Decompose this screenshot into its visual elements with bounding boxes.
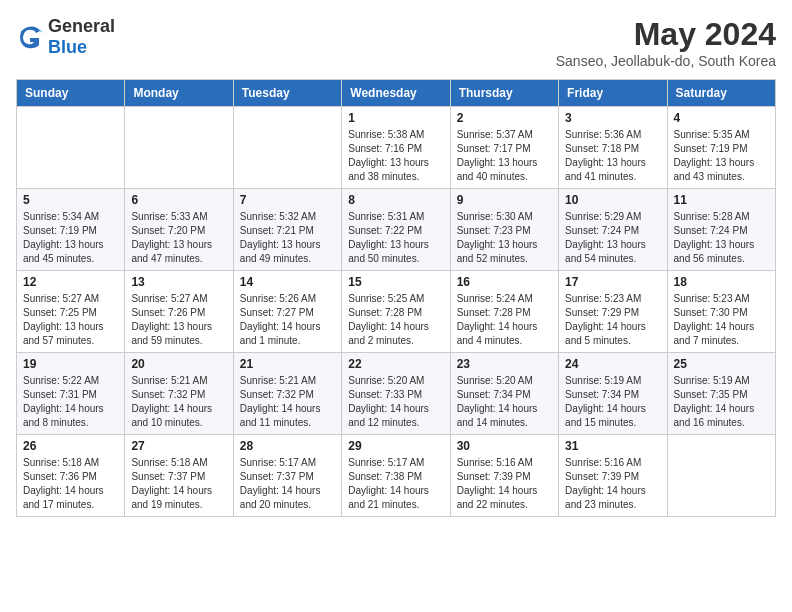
day-info: Sunrise: 5:29 AM Sunset: 7:24 PM Dayligh… [565,210,660,266]
weekday-header: Wednesday [342,80,450,107]
logo-text: General Blue [48,16,115,58]
day-info: Sunrise: 5:23 AM Sunset: 7:30 PM Dayligh… [674,292,769,348]
day-number: 2 [457,111,552,125]
day-number: 22 [348,357,443,371]
day-number: 4 [674,111,769,125]
day-info: Sunrise: 5:37 AM Sunset: 7:17 PM Dayligh… [457,128,552,184]
day-info: Sunrise: 5:30 AM Sunset: 7:23 PM Dayligh… [457,210,552,266]
day-number: 6 [131,193,226,207]
calendar-cell: 12Sunrise: 5:27 AM Sunset: 7:25 PM Dayli… [17,271,125,353]
calendar-cell: 20Sunrise: 5:21 AM Sunset: 7:32 PM Dayli… [125,353,233,435]
day-info: Sunrise: 5:35 AM Sunset: 7:19 PM Dayligh… [674,128,769,184]
day-number: 30 [457,439,552,453]
calendar-cell: 1Sunrise: 5:38 AM Sunset: 7:16 PM Daylig… [342,107,450,189]
calendar-cell: 3Sunrise: 5:36 AM Sunset: 7:18 PM Daylig… [559,107,667,189]
day-info: Sunrise: 5:16 AM Sunset: 7:39 PM Dayligh… [565,456,660,512]
day-info: Sunrise: 5:27 AM Sunset: 7:26 PM Dayligh… [131,292,226,348]
weekday-header: Sunday [17,80,125,107]
day-info: Sunrise: 5:21 AM Sunset: 7:32 PM Dayligh… [240,374,335,430]
page-header: General Blue May 2024 Sanseo, Jeollabuk-… [16,16,776,69]
day-info: Sunrise: 5:34 AM Sunset: 7:19 PM Dayligh… [23,210,118,266]
day-number: 26 [23,439,118,453]
weekday-header: Tuesday [233,80,341,107]
calendar-week-row: 12Sunrise: 5:27 AM Sunset: 7:25 PM Dayli… [17,271,776,353]
calendar-cell: 15Sunrise: 5:25 AM Sunset: 7:28 PM Dayli… [342,271,450,353]
calendar-cell: 8Sunrise: 5:31 AM Sunset: 7:22 PM Daylig… [342,189,450,271]
day-info: Sunrise: 5:17 AM Sunset: 7:38 PM Dayligh… [348,456,443,512]
day-number: 8 [348,193,443,207]
day-number: 25 [674,357,769,371]
day-info: Sunrise: 5:32 AM Sunset: 7:21 PM Dayligh… [240,210,335,266]
day-info: Sunrise: 5:23 AM Sunset: 7:29 PM Dayligh… [565,292,660,348]
day-info: Sunrise: 5:24 AM Sunset: 7:28 PM Dayligh… [457,292,552,348]
calendar-cell: 31Sunrise: 5:16 AM Sunset: 7:39 PM Dayli… [559,435,667,517]
day-info: Sunrise: 5:19 AM Sunset: 7:34 PM Dayligh… [565,374,660,430]
calendar-table: SundayMondayTuesdayWednesdayThursdayFrid… [16,79,776,517]
calendar-cell: 11Sunrise: 5:28 AM Sunset: 7:24 PM Dayli… [667,189,775,271]
day-info: Sunrise: 5:25 AM Sunset: 7:28 PM Dayligh… [348,292,443,348]
calendar-cell: 28Sunrise: 5:17 AM Sunset: 7:37 PM Dayli… [233,435,341,517]
day-info: Sunrise: 5:33 AM Sunset: 7:20 PM Dayligh… [131,210,226,266]
logo-icon [16,23,44,51]
day-number: 14 [240,275,335,289]
calendar-cell: 22Sunrise: 5:20 AM Sunset: 7:33 PM Dayli… [342,353,450,435]
calendar-cell: 6Sunrise: 5:33 AM Sunset: 7:20 PM Daylig… [125,189,233,271]
day-info: Sunrise: 5:16 AM Sunset: 7:39 PM Dayligh… [457,456,552,512]
calendar-week-row: 1Sunrise: 5:38 AM Sunset: 7:16 PM Daylig… [17,107,776,189]
weekday-header: Monday [125,80,233,107]
location-subtitle: Sanseo, Jeollabuk-do, South Korea [556,53,776,69]
day-number: 21 [240,357,335,371]
day-number: 27 [131,439,226,453]
calendar-cell: 2Sunrise: 5:37 AM Sunset: 7:17 PM Daylig… [450,107,558,189]
day-number: 11 [674,193,769,207]
day-info: Sunrise: 5:20 AM Sunset: 7:33 PM Dayligh… [348,374,443,430]
calendar-cell: 26Sunrise: 5:18 AM Sunset: 7:36 PM Dayli… [17,435,125,517]
calendar-cell: 18Sunrise: 5:23 AM Sunset: 7:30 PM Dayli… [667,271,775,353]
day-number: 12 [23,275,118,289]
calendar-cell: 14Sunrise: 5:26 AM Sunset: 7:27 PM Dayli… [233,271,341,353]
day-number: 1 [348,111,443,125]
day-info: Sunrise: 5:31 AM Sunset: 7:22 PM Dayligh… [348,210,443,266]
calendar-cell: 24Sunrise: 5:19 AM Sunset: 7:34 PM Dayli… [559,353,667,435]
day-info: Sunrise: 5:18 AM Sunset: 7:37 PM Dayligh… [131,456,226,512]
day-number: 29 [348,439,443,453]
weekday-header: Saturday [667,80,775,107]
day-number: 15 [348,275,443,289]
calendar-cell [17,107,125,189]
day-number: 18 [674,275,769,289]
day-number: 10 [565,193,660,207]
day-number: 13 [131,275,226,289]
day-info: Sunrise: 5:20 AM Sunset: 7:34 PM Dayligh… [457,374,552,430]
month-title: May 2024 [556,16,776,53]
calendar-cell: 13Sunrise: 5:27 AM Sunset: 7:26 PM Dayli… [125,271,233,353]
title-block: May 2024 Sanseo, Jeollabuk-do, South Kor… [556,16,776,69]
calendar-cell: 16Sunrise: 5:24 AM Sunset: 7:28 PM Dayli… [450,271,558,353]
calendar-cell: 9Sunrise: 5:30 AM Sunset: 7:23 PM Daylig… [450,189,558,271]
calendar-cell: 27Sunrise: 5:18 AM Sunset: 7:37 PM Dayli… [125,435,233,517]
day-number: 19 [23,357,118,371]
calendar-cell [667,435,775,517]
weekday-header: Friday [559,80,667,107]
calendar-cell: 10Sunrise: 5:29 AM Sunset: 7:24 PM Dayli… [559,189,667,271]
weekday-header: Thursday [450,80,558,107]
day-number: 7 [240,193,335,207]
calendar-week-row: 5Sunrise: 5:34 AM Sunset: 7:19 PM Daylig… [17,189,776,271]
calendar-cell: 17Sunrise: 5:23 AM Sunset: 7:29 PM Dayli… [559,271,667,353]
logo: General Blue [16,16,115,58]
calendar-cell: 29Sunrise: 5:17 AM Sunset: 7:38 PM Dayli… [342,435,450,517]
day-info: Sunrise: 5:26 AM Sunset: 7:27 PM Dayligh… [240,292,335,348]
calendar-cell: 30Sunrise: 5:16 AM Sunset: 7:39 PM Dayli… [450,435,558,517]
day-number: 20 [131,357,226,371]
day-info: Sunrise: 5:36 AM Sunset: 7:18 PM Dayligh… [565,128,660,184]
day-info: Sunrise: 5:21 AM Sunset: 7:32 PM Dayligh… [131,374,226,430]
calendar-cell: 19Sunrise: 5:22 AM Sunset: 7:31 PM Dayli… [17,353,125,435]
day-info: Sunrise: 5:27 AM Sunset: 7:25 PM Dayligh… [23,292,118,348]
calendar-cell [125,107,233,189]
day-number: 31 [565,439,660,453]
day-number: 5 [23,193,118,207]
calendar-cell: 4Sunrise: 5:35 AM Sunset: 7:19 PM Daylig… [667,107,775,189]
calendar-week-row: 26Sunrise: 5:18 AM Sunset: 7:36 PM Dayli… [17,435,776,517]
calendar-cell: 7Sunrise: 5:32 AM Sunset: 7:21 PM Daylig… [233,189,341,271]
day-info: Sunrise: 5:28 AM Sunset: 7:24 PM Dayligh… [674,210,769,266]
day-info: Sunrise: 5:19 AM Sunset: 7:35 PM Dayligh… [674,374,769,430]
